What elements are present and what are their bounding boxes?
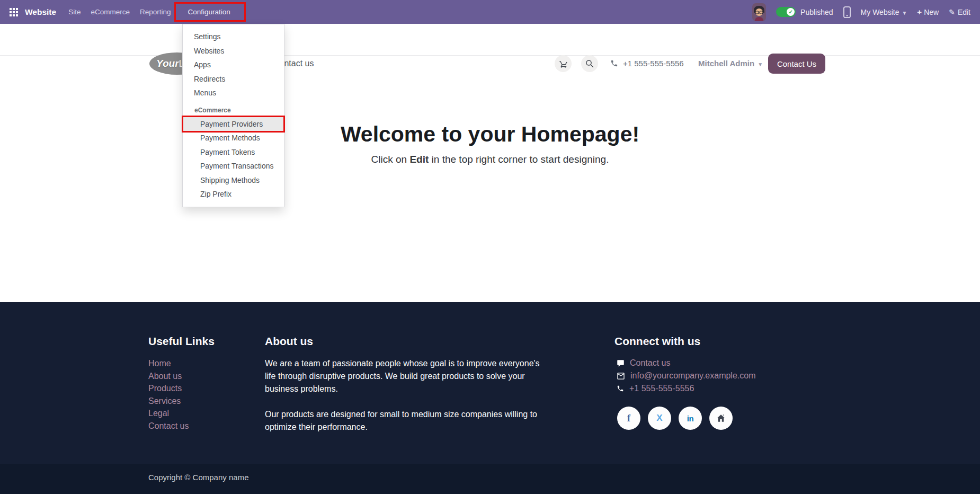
header-phone-number: +1 555-555-5556 <box>623 59 684 68</box>
navbar-menu: Site eCommerce Reporting Configuration <box>68 8 237 16</box>
apps-grid-icon[interactable] <box>10 8 18 16</box>
publish-toggle-group: ✓ Published <box>776 7 833 17</box>
footer-link-home[interactable]: Home <box>148 357 189 370</box>
footer-link-legal[interactable]: Legal <box>148 407 189 420</box>
menu-item-payment-providers-label: Payment Providers <box>200 120 263 128</box>
menu-item-apps[interactable]: Apps <box>183 58 284 72</box>
chevron-down-icon: ▼ <box>902 10 907 16</box>
menu-item-payment-tokens[interactable]: Payment Tokens <box>183 145 284 160</box>
user-menu-label: Mitchell Admin <box>698 59 754 68</box>
menu-item-redirects[interactable]: Redirects <box>183 72 284 86</box>
header-phone-link[interactable]: +1 555-555-5556 <box>610 59 684 68</box>
linkedin-button[interactable]: in <box>679 407 702 430</box>
app-name[interactable]: Website <box>25 7 56 17</box>
menu-section-ecommerce: eCommerce <box>183 104 284 116</box>
nav-item-configuration[interactable]: Configuration <box>181 8 237 16</box>
footer-social-icons: f X in <box>617 407 733 430</box>
published-check-icon: ✓ <box>787 8 795 16</box>
footer-about-paragraph-1: We are a team of passionate people whose… <box>265 357 541 395</box>
hero-subtitle-prefix: Click on <box>371 154 410 165</box>
chevron-down-icon: ▼ <box>758 61 763 67</box>
configuration-dropdown: Settings Websites Apps Redirects Menus e… <box>182 24 284 207</box>
menu-item-payment-providers[interactable]: Payment Providers <box>183 117 284 131</box>
hero-title-emphasis: Homepage! <box>521 122 639 146</box>
footer-phone-label: +1 555-555-5556 <box>629 384 694 393</box>
footer-about-paragraph-2: Our products are designed for small to m… <box>265 408 541 434</box>
published-toggle[interactable]: ✓ <box>776 7 796 17</box>
nav-item-reporting[interactable]: Reporting <box>140 8 171 16</box>
website-selector-label: My Website <box>861 8 899 16</box>
copyright-text: Copyright © Company name <box>148 473 248 482</box>
x-twitter-button[interactable]: X <box>648 407 671 430</box>
edit-button[interactable]: ✎Edit <box>949 8 970 16</box>
footer-contact-link[interactable]: Contact us <box>617 358 670 368</box>
footer-about-title: About us <box>265 335 313 348</box>
hero-title: Welcome to your Homepage! <box>0 121 980 147</box>
hero-subtitle-edit: Edit <box>409 154 429 165</box>
new-button[interactable]: +New <box>917 7 939 16</box>
search-icon <box>585 59 594 68</box>
published-label: Published <box>800 8 833 16</box>
phone-icon <box>617 385 624 392</box>
menu-item-shipping-methods[interactable]: Shipping Methods <box>183 173 284 188</box>
copyright-bar: Copyright © Company name <box>0 464 980 494</box>
hero-title-prefix: Welcome to your <box>341 122 521 146</box>
menu-item-payment-transactions[interactable]: Payment Transactions <box>183 159 284 173</box>
home-icon <box>716 413 726 423</box>
footer-link-contact-us[interactable]: Contact us <box>148 420 189 433</box>
hero-subtitle-suffix: in the top right corner to start designi… <box>429 154 609 165</box>
footer-link-services[interactable]: Services <box>148 395 189 408</box>
footer-useful-links-title: Useful Links <box>148 335 215 348</box>
cart-icon <box>559 59 568 68</box>
menu-item-websites[interactable]: Websites <box>183 44 284 58</box>
envelope-icon <box>617 373 625 380</box>
main-navbar: Website Site eCommerce Reporting Configu… <box>0 0 980 24</box>
footer-email-link[interactable]: info@yourcompany.example.com <box>617 371 756 381</box>
menu-item-zip-prefix[interactable]: Zip Prefix <box>183 187 284 201</box>
footer-connect-title: Connect with us <box>614 335 700 348</box>
search-button[interactable] <box>581 55 598 72</box>
footer-link-products[interactable]: Products <box>148 382 189 395</box>
footer-link-about-us[interactable]: About us <box>148 370 189 383</box>
facebook-icon: f <box>627 412 630 424</box>
nav-item-ecommerce[interactable]: eCommerce <box>91 8 130 16</box>
phone-icon <box>610 59 618 67</box>
x-twitter-icon: X <box>656 413 662 424</box>
mobile-preview-icon[interactable] <box>843 6 851 18</box>
user-avatar[interactable] <box>752 3 766 21</box>
hero-subtitle: Click on Edit in the top right corner to… <box>0 154 980 165</box>
contact-us-button[interactable]: Contact Us <box>768 54 825 74</box>
nav-item-site[interactable]: Site <box>68 8 81 16</box>
cart-button[interactable] <box>555 55 572 72</box>
nav-item-configuration-label: Configuration <box>188 8 230 16</box>
footer-useful-links-list: Home About us Products Services Legal Co… <box>148 357 189 432</box>
user-menu[interactable]: Mitchell Admin▼ <box>698 59 763 68</box>
avatar-image <box>753 5 765 21</box>
footer-contact-link-label: Contact us <box>630 358 670 368</box>
navbar-left: Website Site eCommerce Reporting Configu… <box>10 7 237 17</box>
site-footer: Useful Links Home About us Products Serv… <box>0 302 980 464</box>
website-selector[interactable]: My Website▼ <box>861 8 907 16</box>
edit-button-label: Edit <box>958 8 970 16</box>
new-button-label: New <box>924 8 939 16</box>
navbar-right: ✓ Published My Website▼ +New ✎Edit <box>752 3 970 21</box>
chat-bubble-icon <box>617 359 625 367</box>
menu-item-settings[interactable]: Settings <box>183 30 284 44</box>
site-header: YourLogo Contact us +1 555-555-5556 Mitc… <box>0 24 980 56</box>
facebook-button[interactable]: f <box>617 407 640 430</box>
plus-icon: + <box>917 7 922 16</box>
site-logo-text-bold: Your <box>156 58 179 69</box>
menu-item-menus[interactable]: Menus <box>183 86 284 100</box>
website-home-button[interactable] <box>709 407 733 430</box>
pencil-icon: ✎ <box>949 8 955 16</box>
menu-item-payment-methods[interactable]: Payment Methods <box>183 131 284 145</box>
footer-email-label: info@yourcompany.example.com <box>630 371 756 381</box>
linkedin-icon: in <box>687 414 693 423</box>
footer-phone-link[interactable]: +1 555-555-5556 <box>617 384 694 393</box>
odoo-website-screen: Website Site eCommerce Reporting Configu… <box>0 0 980 494</box>
